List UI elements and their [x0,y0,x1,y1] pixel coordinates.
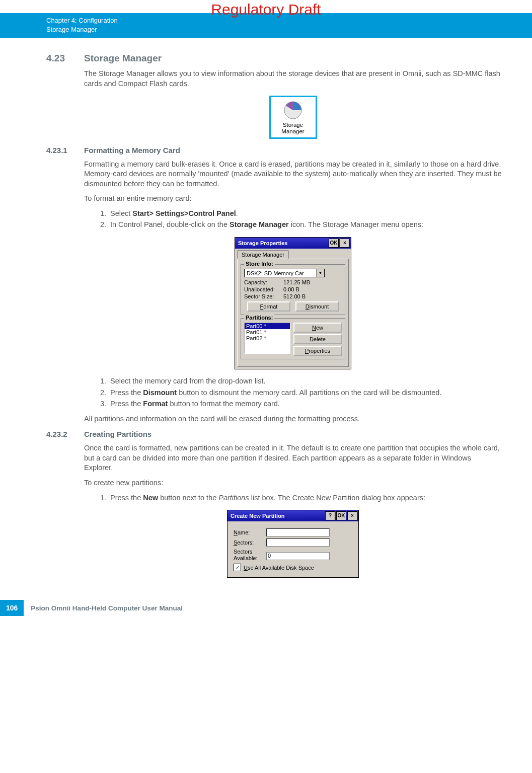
format-paragraph-3: All partitions and information on the ca… [84,414,502,424]
sectors-label: Sectors: [234,539,266,546]
storage-globe-icon [283,100,303,120]
format-step-2: In Control Panel, double-click on the St… [108,220,502,230]
subsection-number: 4.23.1 [46,146,84,154]
store-info-legend: Store Info: [244,261,275,267]
format-paragraph-2: To format an entire memory card: [84,194,502,204]
dialog-titlebar: Storage Properties OK × [235,238,351,249]
format-button[interactable]: Format [247,301,290,312]
help-button[interactable]: ? [325,511,335,520]
partitions-paragraph-1: Once the card is formatted, new partitio… [84,443,502,473]
icon-label-line1: Storage [274,122,313,128]
format-step-1: Select Start> Settings>Control Panel. [108,209,502,219]
unallocated-label: Unallocated: [244,286,283,292]
chevron-down-icon[interactable]: ▼ [316,269,324,277]
after-step-1: Select the memory card from the drop-dow… [108,376,502,386]
sectors-available-value: 0 [266,552,330,560]
delete-partition-button[interactable]: Delete [293,334,342,344]
capacity-value: 121.25 MB [283,279,310,285]
sectors-available-label: SectorsAvailable: [234,549,266,562]
use-all-label: Use All Available Disk Space [244,565,314,571]
section-line: Storage Manager [46,25,522,34]
intro-paragraph: The Storage Manager allows you to view i… [84,69,502,89]
subsection-number: 4.23.2 [46,430,84,438]
storage-properties-dialog: Storage Properties OK × Storage Manager … [235,237,351,369]
name-input[interactable] [266,528,330,536]
partitions-listbox[interactable]: Part00 * Part01 * Part02 * [244,323,290,354]
tab-storage-manager[interactable]: Storage Manager [237,250,289,259]
store-dropdown[interactable]: DSK2: SD Memory Car ▼ [244,269,325,277]
list-item[interactable]: Part02 * [245,335,290,341]
list-item[interactable]: Part01 * [245,329,290,335]
partitions-paragraph-2: To create new partitions: [84,478,502,488]
partitions-group: Partitions: Part00 * Part01 * Part02 * N… [241,318,345,359]
partitions-legend: Partitions: [244,315,274,321]
sector-size-label: Sector Size: [244,293,283,299]
properties-button[interactable]: Properties [293,346,342,356]
sector-size-value: 512.00 B [283,293,306,299]
page-number: 106 [0,600,24,616]
subsection-title: Formatting a Memory Card [84,146,180,154]
ok-button[interactable]: OK [336,511,346,520]
create-partition-dialog: Create New Partition ? OK × Name: Sector… [227,510,359,578]
icon-label-line2: Manager [274,128,313,135]
page-footer: 106 Psion Omnii Hand-Held Computer User … [0,600,532,616]
footer-title: Psion Omnii Hand-Held Computer User Manu… [31,604,183,612]
storage-manager-app-icon[interactable]: Storage Manager [269,96,317,138]
unallocated-value: 0.00 B [283,286,299,292]
name-label: Name: [234,529,266,535]
store-info-group: Store Info: DSK2: SD Memory Car ▼ Capaci… [241,264,345,315]
sectors-input[interactable] [266,538,330,547]
subsection-title: Creating Partitions [84,430,151,438]
after-step-2: Press the Dismount button to dismount th… [108,388,502,398]
list-item[interactable]: Part00 * [245,323,290,329]
dialog-title: Create New Partition [231,513,324,519]
ok-button[interactable]: OK [329,239,339,248]
format-paragraph-1: Formatting a memory card bulk-erases it.… [84,160,502,189]
new-partition-button[interactable]: New [293,323,342,333]
capacity-label: Capacity: [244,279,283,285]
create-step-1: Press the New button next to the Partiti… [108,493,502,503]
dismount-button[interactable]: Dismount [295,301,339,312]
close-button[interactable]: × [347,511,357,520]
close-button[interactable]: × [340,239,350,248]
dialog-titlebar: Create New Partition ? OK × [227,510,358,521]
after-step-3: Press the Format button to format the me… [108,399,502,409]
use-all-checkbox[interactable]: ✓ [234,564,241,571]
dialog-title: Storage Properties [238,240,328,246]
section-number: 4.23 [46,53,84,64]
dropdown-value: DSK2: SD Memory Car [245,270,316,277]
section-title: Storage Manager [84,53,162,64]
